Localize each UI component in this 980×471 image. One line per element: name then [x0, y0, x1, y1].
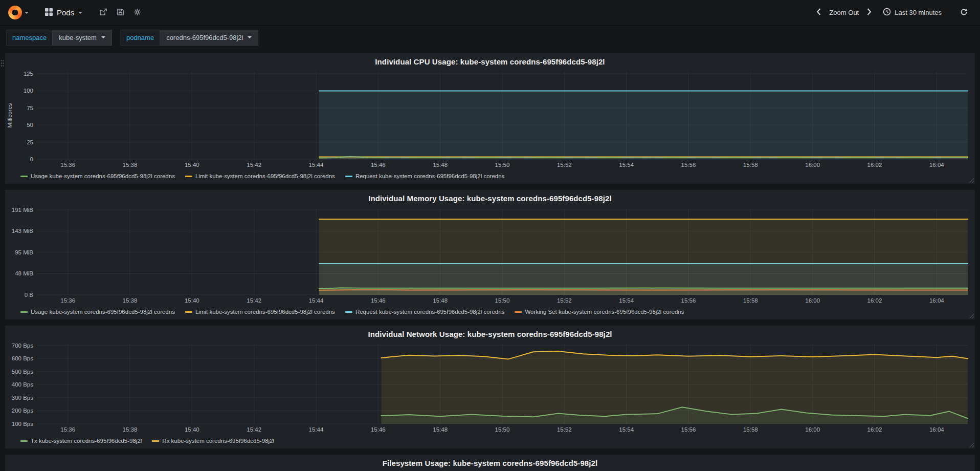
time-forward-button[interactable]	[863, 5, 876, 20]
legend-series-swatch	[185, 311, 192, 313]
cpu-usage-chart[interactable]: 025507510012515:3615:3815:4015:4215:4415…	[5, 69, 975, 170]
save-button[interactable]	[112, 5, 129, 20]
y-tick-label: 200 Bps	[12, 408, 33, 414]
settings-button[interactable]	[129, 5, 146, 20]
x-tick-label: 16:00	[805, 162, 820, 168]
x-tick-label: 15:44	[309, 426, 324, 433]
x-tick-label: 15:56	[681, 297, 696, 304]
x-tick-label: 15:50	[495, 162, 510, 168]
y-tick-label: 600 Bps	[12, 355, 33, 361]
legend-item[interactable]: Usage kube-system coredns-695f96dcd5-98j…	[20, 173, 175, 179]
panel-title[interactable]: Individual Network Usage: kube-system co…	[5, 326, 975, 341]
panel-title[interactable]: Individual CPU Usage: kube-system coredn…	[5, 53, 975, 69]
legend-series-swatch	[20, 176, 28, 177]
dashboard-grid-icon	[45, 8, 53, 17]
chart-canvas[interactable]: 0 B48 MiB95 MiB143 MiB191 MiB15:3615:381…	[5, 205, 975, 306]
legend-series-label: Tx kube-system coredns-695f96dcd5-98j2l	[31, 438, 142, 444]
chart-canvas[interactable]: 025507510012515:3615:3815:4015:4215:4415…	[5, 69, 975, 170]
x-tick-label: 15:50	[495, 426, 510, 433]
legend-item[interactable]: Request kube-system coredns-695f96dcd5-9…	[345, 173, 505, 179]
x-tick-label: 15:44	[309, 297, 324, 304]
dashboard-title: Pods	[57, 8, 74, 17]
x-tick-label: 15:50	[495, 297, 510, 304]
variable-value-namespace-dropdown[interactable]: kube-system	[52, 30, 112, 46]
caret-down-icon	[248, 36, 252, 38]
variable-value-podname-dropdown[interactable]: coredns-695f96dcd5-98j2l	[160, 30, 258, 46]
legend-item[interactable]: Rx kube-system coredns-695f96dcd5-98j2l	[152, 438, 274, 444]
x-tick-label: 15:42	[247, 297, 261, 304]
legend-series-label: Request kube-system coredns-695f96dcd5-9…	[355, 309, 505, 315]
x-tick-label: 16:00	[805, 297, 820, 304]
variable-value-text: coredns-695f96dcd5-98j2l	[166, 34, 243, 41]
series-fill	[319, 288, 968, 295]
legend-series-label: Usage kube-system coredns-695f96dcd5-98j…	[31, 173, 175, 179]
x-tick-label: 15:36	[60, 162, 75, 168]
legend-series-label: Request kube-system coredns-695f96dcd5-9…	[355, 173, 505, 179]
memory-chart-legend: Usage kube-system coredns-695f96dcd5-98j…	[5, 306, 975, 319]
y-tick-label: 0 B	[25, 292, 34, 298]
row-menu-grip[interactable]	[1, 59, 4, 68]
legend-series-label: Limit kube-system coredns-695f96dcd5-98j…	[195, 309, 335, 315]
legend-item[interactable]: Tx kube-system coredns-695f96dcd5-98j2l	[20, 438, 142, 444]
series-fill	[319, 91, 968, 159]
caret-down-icon	[101, 36, 105, 38]
time-range-label: Last 30 minutes	[895, 9, 942, 16]
y-axis-label: Millicores	[7, 103, 13, 127]
legend-series-swatch	[345, 311, 352, 313]
x-tick-label: 15:46	[371, 297, 386, 304]
variable-value-text: kube-system	[59, 34, 97, 41]
y-tick-label: 95 MiB	[15, 249, 33, 255]
x-tick-label: 15:48	[433, 297, 448, 304]
x-tick-label: 16:04	[929, 426, 944, 433]
x-tick-label: 15:40	[185, 297, 199, 304]
share-button[interactable]	[95, 5, 112, 20]
caret-down-icon	[78, 12, 82, 14]
series-fill	[319, 219, 968, 295]
refresh-icon	[960, 8, 968, 17]
chart-canvas[interactable]: 100 Bps200 Bps300 Bps400 Bps500 Bps600 B…	[5, 341, 975, 435]
zoom-out-button[interactable]: Zoom Out	[825, 6, 863, 19]
y-tick-label: 50	[27, 122, 33, 128]
legend-item[interactable]: Limit kube-system coredns-695f96dcd5-98j…	[185, 309, 335, 315]
x-tick-label: 15:54	[619, 162, 634, 168]
x-tick-label: 15:40	[185, 426, 199, 433]
legend-series-swatch	[20, 311, 28, 313]
x-tick-label: 15:52	[557, 297, 572, 304]
legend-item[interactable]: Working Set kube-system coredns-695f96dc…	[515, 309, 684, 315]
grafana-logo[interactable]	[8, 6, 29, 19]
y-tick-label: 100 Bps	[12, 421, 33, 427]
caret-down-icon	[25, 12, 29, 14]
panel-title[interactable]: Individual Memory Usage: kube-system cor…	[5, 190, 975, 205]
x-tick-label: 15:38	[123, 297, 138, 304]
y-tick-label: 0	[30, 156, 33, 162]
memory-usage-chart[interactable]: 0 B48 MiB95 MiB143 MiB191 MiB15:3615:381…	[5, 205, 975, 306]
legend-item[interactable]: Request kube-system coredns-695f96dcd5-9…	[345, 309, 505, 315]
x-tick-label: 15:56	[681, 162, 696, 168]
chevron-right-icon	[867, 8, 872, 17]
legend-item[interactable]: Limit kube-system coredns-695f96dcd5-98j…	[185, 173, 335, 179]
panel-title[interactable]: Filesystem Usage: kube-system coredns-69…	[5, 455, 975, 470]
x-tick-label: 15:44	[309, 162, 324, 168]
time-back-button[interactable]	[812, 5, 825, 20]
y-tick-label: 25	[27, 139, 33, 145]
x-tick-label: 16:04	[929, 162, 944, 168]
x-tick-label: 15:56	[681, 426, 696, 433]
network-usage-chart[interactable]: 100 Bps200 Bps300 Bps400 Bps500 Bps600 B…	[5, 341, 975, 435]
x-tick-label: 15:58	[743, 297, 758, 304]
y-tick-label: 100	[24, 88, 33, 94]
x-tick-label: 16:00	[805, 426, 820, 433]
x-tick-label: 15:46	[371, 426, 386, 433]
dashboard-picker-button[interactable]: Pods	[40, 5, 87, 20]
settings-gear-icon	[133, 8, 141, 17]
legend-item[interactable]: Usage kube-system coredns-695f96dcd5-98j…	[20, 309, 175, 315]
y-tick-label: 48 MiB	[15, 270, 33, 276]
y-tick-label: 143 MiB	[12, 228, 34, 234]
network-chart-legend: Tx kube-system coredns-695f96dcd5-98j2lR…	[5, 435, 975, 448]
legend-series-swatch	[515, 311, 522, 313]
refresh-button[interactable]	[956, 5, 972, 20]
y-tick-label: 125	[24, 71, 33, 77]
legend-series-swatch	[20, 440, 28, 442]
time-range-button[interactable]: Last 30 minutes	[879, 5, 946, 20]
chevron-left-icon	[816, 8, 821, 17]
x-tick-label: 15:52	[557, 426, 572, 433]
